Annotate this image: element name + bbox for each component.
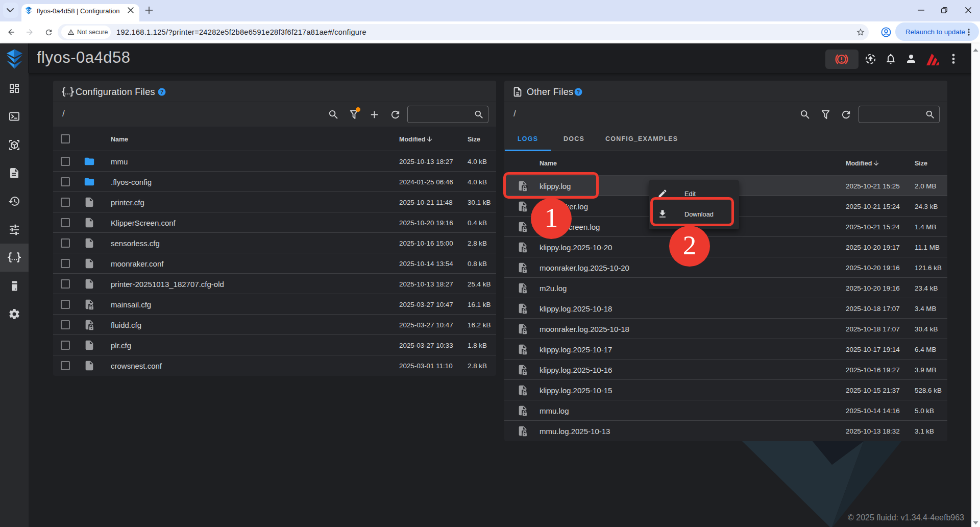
svg-text:?: ? [160,89,163,95]
svg-text:?: ? [577,89,580,95]
